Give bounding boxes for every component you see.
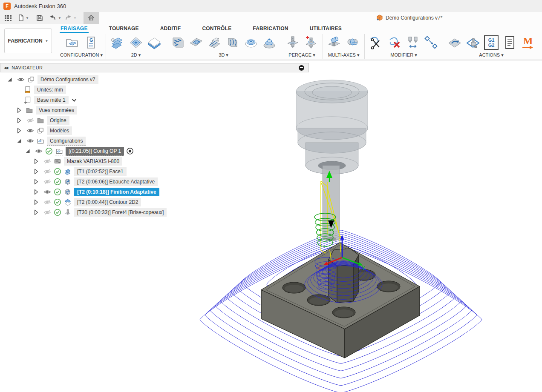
group-label-configuration[interactable]: CONFIGURATION ▾ — [60, 52, 103, 58]
eye-off-icon[interactable] — [26, 117, 34, 124]
expander-closed-icon[interactable] — [32, 188, 40, 196]
group-label-percage[interactable]: PERÇAGE ▾ — [288, 52, 315, 58]
nc-editor-button[interactable]: G1G2 — [483, 34, 500, 51]
tree-row[interactable]: [(0:21:05)] Config OP 1 — [0, 146, 167, 156]
tree-row[interactable]: Modèles — [0, 126, 167, 136]
tab-fabrication[interactable]: FABRICATION — [252, 24, 289, 33]
eye-on-icon[interactable] — [17, 76, 25, 83]
trim-toolpath-button[interactable] — [368, 34, 385, 51]
tree-row[interactable]: Vues nommées — [0, 105, 167, 115]
tree-row[interactable]: [T2 (0:06:06)] Ebauche Adaptative — [0, 177, 167, 187]
eye-on-icon[interactable] — [26, 127, 34, 134]
tree-item-label[interactable]: Base mâle 1 — [34, 96, 69, 104]
tab-additif[interactable]: ADDITIF — [159, 24, 182, 33]
tree-item-label[interactable]: [(0:21:05)] Config OP 1 — [66, 147, 124, 156]
expander-closed-icon[interactable] — [15, 127, 23, 134]
drill-button[interactable] — [284, 34, 301, 51]
tree-row[interactable]: Mazak VARIAXIS i-800 — [0, 156, 167, 166]
tree-item-label[interactable]: [T2 (0:00:44)] Contour 2D2 — [74, 198, 141, 206]
tree-row[interactable]: [T1 (0:02:52)] Face1 — [0, 166, 167, 177]
workspace-selector-button[interactable]: FABRICATION ▼ — [4, 29, 52, 53]
tree-item-label[interactable]: [T2 (0:10:18)] Finition Adaptative — [74, 188, 159, 196]
eye-off-icon[interactable] — [43, 168, 51, 175]
setup-button[interactable] — [64, 34, 81, 51]
pocket-2d-button[interactable] — [127, 34, 144, 51]
expander-closed-icon[interactable] — [32, 209, 40, 216]
eye-on-icon[interactable] — [43, 188, 51, 196]
ramp-button[interactable] — [224, 34, 241, 51]
horizontal-button[interactable] — [242, 34, 259, 51]
tree-item-label[interactable]: Unités: mm — [34, 86, 66, 94]
tree-row[interactable]: Origine — [0, 115, 167, 126]
expander-closed-icon[interactable] — [15, 106, 23, 114]
expander-closed-icon[interactable] — [32, 178, 40, 186]
parallel-button[interactable] — [206, 34, 223, 51]
face-2d-button[interactable] — [109, 34, 126, 51]
tool-change-button[interactable] — [404, 34, 421, 51]
save-button[interactable] — [34, 12, 45, 24]
tree-row[interactable]: Unités: mm — [0, 85, 167, 95]
tree-item-label[interactable]: [T2 (0:06:06)] Ebauche Adaptative — [74, 177, 158, 186]
expander-closed-icon[interactable] — [32, 157, 40, 165]
swarf-button[interactable] — [326, 34, 343, 51]
tree-row[interactable]: [T30 (0:00:33)] Foret4 [Brise-copeaux] — [0, 207, 167, 217]
collapse-panel-icon[interactable]: ◀◀ — [4, 66, 7, 70]
tree-item-label[interactable]: Modèles — [47, 126, 72, 135]
group-label-actions[interactable]: ACTIONS ▾ — [479, 52, 503, 58]
adaptive-clearing-button[interactable] — [169, 34, 186, 51]
nc-program-button[interactable]: G — [82, 34, 99, 51]
contour-2d-button[interactable] — [146, 34, 163, 51]
navigator-header[interactable]: ◀◀ NAVIGATEUR — [0, 63, 309, 72]
expander-closed-icon[interactable] — [32, 168, 40, 175]
expander-expanded-icon[interactable] — [15, 137, 23, 145]
group-label-2d[interactable]: 2D ▾ — [131, 52, 141, 58]
tree-item-label[interactable]: Démo Configurations v7 — [37, 75, 98, 84]
expander-closed-icon[interactable] — [32, 198, 40, 206]
drill-break-chip-button[interactable] — [303, 34, 320, 51]
tree-item-label[interactable]: Configurations — [47, 137, 86, 146]
document-tab[interactable]: Démo Configurations v7* — [376, 12, 442, 24]
group-label-3d[interactable]: 3D ▾ — [219, 52, 228, 58]
tree-row[interactable]: Démo Configurations v7 — [0, 74, 167, 85]
undo-button[interactable]: ▼ — [47, 12, 63, 24]
simulate-button[interactable] — [446, 34, 463, 51]
home-button[interactable] — [84, 12, 99, 24]
eye-on-icon[interactable] — [35, 147, 43, 155]
tab-fraisage[interactable]: FRAISAGE — [60, 24, 89, 33]
eye-off-icon[interactable] — [43, 198, 51, 206]
delete-toolpath-button[interactable] — [386, 34, 403, 51]
expander-closed-icon[interactable] — [15, 117, 23, 124]
eye-on-icon[interactable] — [26, 137, 34, 145]
tree-item-label[interactable]: Origine — [47, 116, 69, 125]
machine-post-button[interactable]: M — [519, 34, 536, 51]
expander-expanded-icon[interactable] — [6, 76, 14, 83]
app-grid-button[interactable] — [3, 12, 14, 24]
tree-row[interactable]: [T2 (0:10:18)] Finition Adaptative — [0, 187, 167, 197]
group-label-multiaxes[interactable]: MULTI-AXES ▾ — [328, 52, 360, 58]
tree-item-label[interactable]: [T1 (0:02:52)] Face1 — [74, 167, 127, 176]
expander-expanded-icon[interactable] — [24, 147, 32, 155]
pocket-clearing-button[interactable] — [187, 34, 205, 51]
tree-row[interactable]: Configurations — [0, 136, 167, 146]
tree-item-label[interactable]: [T30 (0:00:33)] Foret4 [Brise-copeaux] — [74, 208, 167, 217]
tree-item-label[interactable]: Mazak VARIAXIS i-800 — [64, 157, 122, 166]
file-menu-button[interactable]: ▼ — [15, 12, 31, 24]
move-points-button[interactable] — [423, 34, 440, 51]
spiral-button[interactable] — [261, 34, 278, 51]
tree-row[interactable]: Base mâle 1 — [0, 95, 167, 105]
tab-controle[interactable]: CONTRÔLE — [201, 24, 232, 33]
setup-sheet-button[interactable] — [501, 34, 518, 51]
group-label-modifier[interactable]: MODIFIER ▾ — [390, 52, 417, 58]
post-process-button[interactable] — [464, 34, 481, 51]
tree-row[interactable]: [T2 (0:00:44)] Contour 2D2 — [0, 197, 167, 207]
tab-tournage[interactable]: TOURNAGE — [108, 24, 140, 33]
config-row-chevron-icon[interactable] — [70, 96, 78, 104]
minimize-panel-button[interactable] — [299, 65, 304, 71]
tab-utilitaires[interactable]: UTILITAIRES — [309, 24, 343, 33]
eye-off-icon[interactable] — [43, 157, 51, 165]
eye-off-icon[interactable] — [43, 178, 51, 186]
radio-active-icon[interactable] — [126, 147, 134, 155]
tree-item-label[interactable]: Vues nommées — [36, 106, 77, 114]
rotary-button[interactable] — [344, 34, 361, 51]
eye-off-icon[interactable] — [43, 209, 51, 216]
